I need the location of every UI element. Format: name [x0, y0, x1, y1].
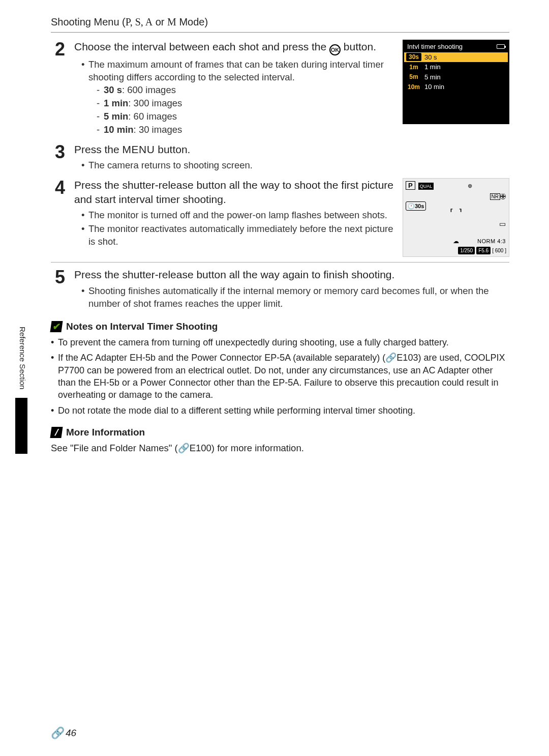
interval-opt-10min: 10 min: 30 images [97, 124, 394, 136]
mode-p-badge: P [406, 181, 415, 190]
step5-bullet: Shooting finishes automatically if the i… [81, 285, 509, 310]
side-tab: Reference Section [15, 327, 27, 439]
step2-bullet-text: The maximum amount of frames that can be… [88, 59, 384, 82]
exposure-icon: ☁ [403, 237, 509, 245]
lcd-interval-menu: Intvl timer shooting 30s30 s 1m1 min 5m5… [403, 40, 509, 124]
side-label: Reference Section [17, 327, 27, 389]
notes-heading: Notes on Interval Timer Shooting [66, 320, 218, 333]
lcd-row-30s: 30s30 s [404, 52, 508, 63]
step4-bullet1: The monitor is turned off and the power-… [81, 209, 394, 222]
lcd-label-5m: 5 min [424, 73, 441, 82]
step-5: 5 Press the shutter-release button all t… [51, 268, 509, 311]
note-1: To prevent the camera from turning off u… [51, 336, 509, 348]
step3-bullet: The camera returns to shooting screen. [81, 159, 509, 172]
more-info-text: See "File and Folder Names" (🔗E100) for … [51, 442, 509, 455]
moreinfo-ref: E100 [190, 443, 211, 453]
lcd-icon-1m: 1m [406, 63, 421, 71]
step-3-heading: Press the MENU button. [74, 142, 509, 156]
step-3: 3 Press the MENU button. The camera retu… [51, 142, 509, 173]
opt2-label: 1 min [104, 98, 128, 108]
ref-section-icon: 🔗 [51, 725, 65, 741]
divider [51, 262, 509, 263]
frames-remaining: [ 600 ] [492, 247, 506, 254]
step-3-number: 3 [51, 142, 65, 173]
lcd-menu-title: Intvl timer shooting [407, 42, 463, 51]
step2-heading-a: Choose the interval between each shot an… [74, 41, 329, 52]
interval-opt-30s: 30 s: 600 images [97, 84, 394, 97]
opt3-val: : 60 images [128, 111, 177, 122]
lcd-icon-10m: 10m [406, 83, 421, 91]
ref-link-icon: 🔗 [385, 353, 396, 363]
opt1-val: : 600 images [122, 84, 176, 95]
interval-opt-1min: 1 min: 300 images [97, 97, 394, 110]
step4-bullet2: The monitor reactivates automatically im… [81, 223, 394, 248]
header-modes: P, S, A [126, 16, 152, 27]
moreinfo-a: See "File and Folder Names" ( [51, 443, 178, 453]
nr-badge: NR [490, 193, 500, 200]
step2-heading-b: button. [341, 41, 376, 52]
step-5-number: 5 [51, 268, 65, 311]
ok-button-icon: OK [329, 44, 341, 55]
ref-link-icon: 🔗 [178, 443, 190, 453]
shutter-speed: 1/250 [458, 247, 475, 255]
lcd-row-10m: 10m10 min [404, 82, 508, 92]
note-3: Do not rotate the mode dial to a differe… [51, 404, 509, 417]
page-header: Shooting Menu (P, S, A or M Mode) [51, 15, 509, 29]
lcd-label-1m: 1 min [424, 63, 441, 72]
qual-badge: QUAL [418, 183, 434, 190]
note-2: If the AC Adapter EH-5b and the Power Co… [51, 352, 509, 401]
opt4-label: 10 min [104, 124, 134, 135]
interval-opt-5min: 5 min: 60 images [97, 110, 394, 123]
note2-ref: E103 [396, 353, 418, 363]
step-4: 4 Press the shutter-release button all t… [51, 178, 509, 257]
step-2-heading: Choose the interval between each shot an… [74, 40, 394, 55]
header-mode-m: M [167, 16, 176, 27]
check-note-icon: ✔ [50, 321, 63, 332]
moreinfo-b: ) for more information. [211, 443, 304, 453]
step-2: 2 Choose the interval between each shot … [51, 40, 509, 137]
card-icon: ▭ [499, 219, 506, 229]
step-5-heading: Press the shutter-release button all the… [74, 268, 509, 281]
lcd-row-1m: 1m1 min [404, 62, 508, 72]
lcd-label-30s: 30 s [424, 53, 437, 62]
more-info-block: / More Information See "File and Folder … [51, 426, 509, 455]
step2-bullet: The maximum amount of frames that can be… [81, 59, 394, 136]
aperture: F5.6 [476, 247, 491, 255]
lcd-label-10m: 10 min [424, 82, 444, 92]
lcd-icon-30s: 30s [406, 53, 421, 61]
battery-icon [497, 44, 505, 49]
header-prefix: Shooting Menu ( [51, 16, 126, 27]
lcd-row-5m: 5m5 min [404, 72, 508, 82]
step-4-heading: Press the shutter-release button all the… [74, 178, 394, 206]
page-num-value: 46 [66, 726, 76, 740]
opt1-label: 30 s [104, 84, 122, 95]
lcd-icon-5m: 5m [406, 73, 421, 81]
step3-heading-a: Press the [74, 143, 123, 155]
notes-block: ✔ Notes on Interval Timer Shooting To pr… [51, 320, 509, 416]
header-or: or [152, 16, 167, 27]
focus-brackets-icon: ⸢ ⸣ [403, 207, 509, 219]
opt2-val: : 300 images [128, 98, 182, 108]
side-tab-bar [15, 398, 27, 454]
step3-heading-b: button. [155, 143, 190, 155]
menu-button-label: MENU [123, 143, 155, 155]
lcd-shooting-screen: P QUAL ⊕ NR🕀 🕐30s ⸢ ⸣ ▭ NORM 4:3 ☁ 1/250… [403, 178, 509, 257]
opt3-label: 5 min [104, 111, 128, 122]
page-number: 🔗46 [51, 725, 76, 741]
header-suffix: Mode) [176, 16, 208, 27]
more-info-heading: More Information [66, 426, 145, 439]
note2-a: If the AC Adapter EH-5b and the Power Co… [58, 353, 385, 363]
pencil-note-icon: / [50, 427, 63, 438]
step-2-number: 2 [51, 40, 65, 137]
opt4-val: : 30 images [134, 124, 182, 135]
divider [51, 32, 509, 33]
step-4-number: 4 [51, 178, 65, 257]
